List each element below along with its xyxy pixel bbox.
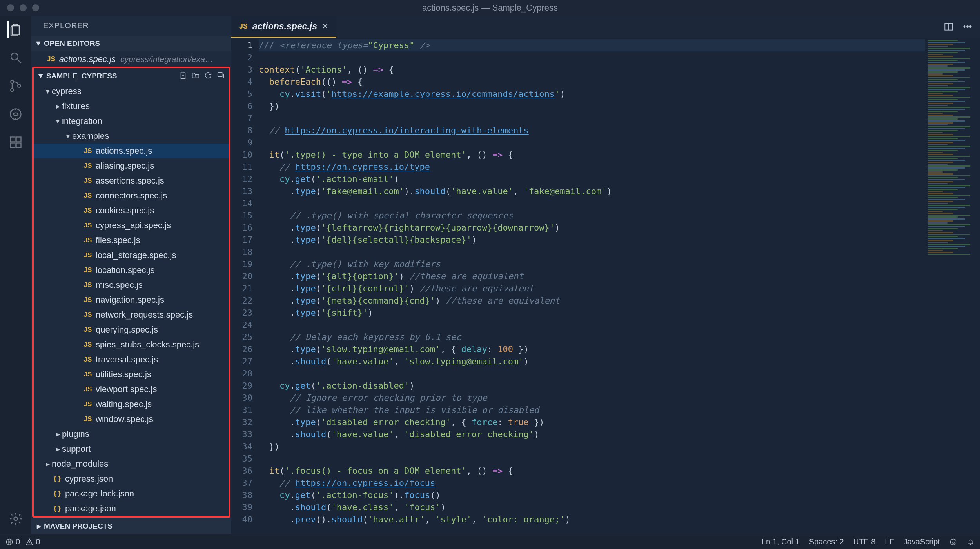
close-icon[interactable]: ✕ (322, 22, 328, 31)
js-icon: JS (82, 192, 93, 200)
window-zoom-dot[interactable] (32, 4, 39, 11)
file-label: files.spec.js (96, 235, 140, 245)
folder-support[interactable]: ▶support (34, 442, 229, 456)
file-connectors.spec.js[interactable]: JSconnectors.spec.js (34, 188, 229, 203)
feedback-smiley-icon[interactable] (949, 538, 957, 546)
refresh-icon[interactable] (204, 71, 212, 82)
file-label: location.spec.js (96, 265, 154, 275)
eol[interactable]: LF (885, 537, 894, 546)
folder-examples[interactable]: ▶examples (34, 129, 229, 144)
folder-plugins[interactable]: ▶plugins (34, 427, 229, 442)
file-files.spec.js[interactable]: JSfiles.spec.js (34, 233, 229, 248)
file-actions.spec.js[interactable]: JSactions.spec.js (34, 144, 229, 158)
file-utilities.spec.js[interactable]: JSutilities.spec.js (34, 367, 229, 382)
new-file-icon[interactable] (179, 71, 187, 82)
project-tree-highlight: ▶ SAMPLE_CYPRESS ▶cypress▶fixtures▶integ… (32, 67, 230, 518)
file-aliasing.spec.js[interactable]: JSaliasing.spec.js (34, 158, 229, 173)
notifications-bell-icon[interactable] (967, 538, 975, 546)
open-editors-header[interactable]: ▶ OPEN EDITORS (31, 36, 231, 51)
file-label: spies_stubs_clocks.spec.js (96, 340, 199, 350)
js-icon: JS (82, 222, 93, 229)
cursor-position[interactable]: Ln 1, Col 1 (762, 537, 800, 546)
maven-label: MAVEN PROJECTS (44, 522, 113, 531)
file-label: network_requests.spec.js (96, 310, 193, 320)
tab-filename: actions.spec.js (252, 21, 317, 32)
js-icon: JS (82, 147, 93, 155)
chevron-down-icon: ▶ (38, 72, 44, 80)
file-cypress.json[interactable]: { }cypress.json (34, 471, 229, 486)
file-label: cypress_api.spec.js (96, 220, 171, 231)
js-icon: JS (82, 415, 93, 423)
folder-integration[interactable]: ▶integration (34, 114, 229, 129)
error-count: 0 (16, 537, 20, 546)
file-spies_stubs_clocks.spec.js[interactable]: JSspies_stubs_clocks.spec.js (34, 337, 229, 352)
file-navigation.spec.js[interactable]: JSnavigation.spec.js (34, 293, 229, 307)
status-bar: 0 0 Ln 1, Col 1 Spaces: 2 UTF-8 LF JavaS… (0, 534, 980, 549)
file-misc.spec.js[interactable]: JSmisc.spec.js (34, 278, 229, 293)
file-network_requests.spec.js[interactable]: JSnetwork_requests.spec.js (34, 307, 229, 322)
code-editor[interactable]: /// <reference types="Cypress" /> contex… (259, 38, 925, 534)
folder-fixtures[interactable]: ▶fixtures (34, 99, 229, 114)
js-icon: JS (239, 22, 248, 31)
svg-point-3 (18, 84, 21, 87)
open-editors-label: OPEN EDITORS (44, 39, 100, 48)
svg-point-4 (11, 109, 21, 120)
file-local_storage.spec.js[interactable]: JSlocal_storage.spec.js (34, 248, 229, 263)
activity-bar (0, 16, 31, 534)
file-label: package-lock.json (65, 489, 134, 499)
open-editor-filename: actions.spec.js (59, 54, 116, 64)
minimap[interactable] (925, 38, 980, 534)
file-label: aliasing.spec.js (96, 161, 154, 171)
tab-actions-spec[interactable]: JS actions.spec.js ✕ (231, 16, 336, 38)
file-label: utilities.spec.js (96, 369, 151, 380)
js-icon: JS (82, 177, 93, 185)
more-actions-icon[interactable] (962, 21, 973, 32)
file-viewport.spec.js[interactable]: JSviewport.spec.js (34, 382, 229, 397)
errors-indicator[interactable]: 0 (5, 537, 20, 546)
file-label: package.json (65, 504, 116, 514)
file-window.spec.js[interactable]: JSwindow.spec.js (34, 412, 229, 427)
file-assertions.spec.js[interactable]: JSassertions.spec.js (34, 173, 229, 188)
warnings-indicator[interactable]: 0 (25, 537, 40, 546)
new-folder-icon[interactable] (191, 71, 200, 82)
file-package.json[interactable]: { }package.json (34, 501, 229, 516)
file-cookies.spec.js[interactable]: JScookies.spec.js (34, 203, 229, 218)
extensions-icon[interactable] (7, 134, 24, 151)
sidebar-title: EXPLORER (31, 16, 231, 36)
collapse-all-icon[interactable] (216, 71, 225, 82)
js-icon: JS (82, 251, 93, 259)
file-package-lock.json[interactable]: { }package-lock.json (34, 486, 229, 501)
source-control-icon[interactable] (7, 78, 24, 94)
split-editor-icon[interactable] (943, 21, 954, 32)
svg-point-13 (967, 26, 968, 27)
file-location.spec.js[interactable]: JSlocation.spec.js (34, 263, 229, 278)
open-editor-item[interactable]: JS actions.spec.js cypress/integration/e… (31, 51, 231, 67)
project-header[interactable]: ▶ SAMPLE_CYPRESS (34, 68, 229, 84)
folder-node_modules[interactable]: ▶node_modules (34, 456, 229, 471)
window-close-dot[interactable] (7, 4, 14, 11)
open-editor-path: cypress/integration/exa… (120, 55, 213, 64)
folder-cypress[interactable]: ▶cypress (34, 84, 229, 99)
window-minimize-dot[interactable] (20, 4, 27, 11)
search-icon[interactable] (7, 49, 24, 66)
file-label: cypress.json (65, 474, 113, 484)
debug-icon[interactable] (7, 106, 24, 122)
explorer-icon[interactable] (7, 21, 24, 38)
file-cypress_api.spec.js[interactable]: JScypress_api.spec.js (34, 218, 229, 233)
file-querying.spec.js[interactable]: JSquerying.spec.js (34, 322, 229, 337)
chevron-down-icon: ▶ (55, 117, 61, 125)
js-icon: JS (47, 55, 55, 63)
encoding[interactable]: UTF-8 (853, 537, 876, 546)
svg-point-16 (951, 539, 956, 545)
file-waiting.spec.js[interactable]: JSwaiting.spec.js (34, 397, 229, 412)
file-label: traversal.spec.js (96, 354, 158, 365)
folder-label: cypress (52, 86, 82, 96)
js-icon: JS (82, 266, 93, 274)
indentation[interactable]: Spaces: 2 (809, 537, 844, 546)
folder-label: plugins (62, 429, 89, 439)
settings-gear-icon[interactable] (7, 511, 24, 527)
maven-projects-header[interactable]: ▶ MAVEN PROJECTS (31, 518, 231, 534)
svg-point-2 (11, 89, 14, 92)
language-mode[interactable]: JavaScript (904, 537, 940, 546)
file-traversal.spec.js[interactable]: JStraversal.spec.js (34, 352, 229, 367)
